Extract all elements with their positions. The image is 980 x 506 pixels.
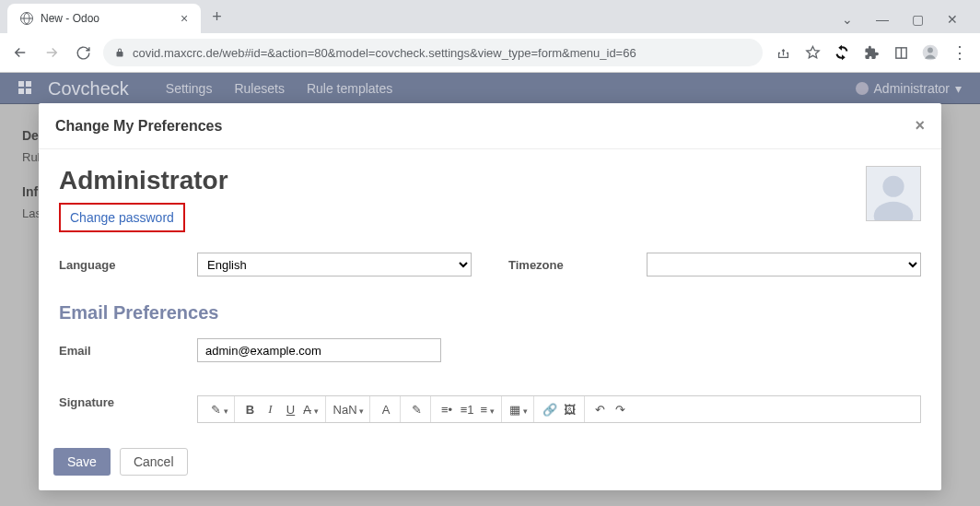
bookmark-icon[interactable] xyxy=(801,41,823,64)
close-window-icon[interactable]: ✕ xyxy=(939,10,965,29)
user-heading: Administrator xyxy=(59,166,228,195)
preferences-modal: Change My Preferences × Administrator Ch… xyxy=(39,103,941,490)
url-bar[interactable] xyxy=(103,39,763,66)
nav-rule-templates[interactable]: Rule templates xyxy=(307,81,392,96)
fontsize-dropdown[interactable]: NaN xyxy=(333,403,365,417)
close-icon[interactable]: × xyxy=(915,116,925,135)
save-button[interactable]: Save xyxy=(53,448,111,476)
avatar-icon xyxy=(856,82,869,95)
style-dropdown[interactable]: ✎ xyxy=(211,403,228,417)
italic-button[interactable]: I xyxy=(262,402,279,417)
brand[interactable]: Covcheck xyxy=(48,78,129,100)
modal-title: Change My Preferences xyxy=(55,118,222,135)
app-navbar: Covcheck Settings Rulesets Rule template… xyxy=(0,73,980,104)
svg-point-5 xyxy=(874,202,914,221)
menu-icon[interactable] xyxy=(949,41,971,64)
close-icon[interactable]: × xyxy=(181,11,188,26)
align-button[interactable]: ≡ xyxy=(479,403,496,417)
underline-button[interactable]: U xyxy=(283,403,299,417)
sync-icon[interactable] xyxy=(831,41,853,64)
maximize-icon[interactable]: ▢ xyxy=(904,10,930,29)
font-color-button[interactable]: A xyxy=(378,403,394,417)
window-controls: ⌄ — ▢ ✕ xyxy=(834,5,980,29)
tab-bar: New - Odoo × + ⌄ — ▢ ✕ xyxy=(0,0,980,33)
signature-toolbar: ✎ B I U A̶ NaN A ✎ ≡• ≡1 ≡ ▦ xyxy=(197,395,921,423)
timezone-select[interactable] xyxy=(647,253,921,277)
image-button[interactable]: 🖼 xyxy=(562,403,578,417)
tabs-icon[interactable] xyxy=(890,41,912,64)
profile-icon[interactable] xyxy=(919,41,941,64)
apps-icon[interactable] xyxy=(18,81,33,96)
tab-title: New - Odoo xyxy=(41,12,99,25)
browser-tab[interactable]: New - Odoo × xyxy=(7,4,201,33)
svg-point-4 xyxy=(882,176,904,197)
bold-button[interactable]: B xyxy=(242,403,259,417)
cancel-button[interactable]: Cancel xyxy=(120,448,188,476)
email-label: Email xyxy=(59,344,188,358)
share-icon[interactable] xyxy=(772,41,794,64)
nav-rulesets[interactable]: Rulesets xyxy=(234,81,284,96)
lock-icon xyxy=(114,46,125,59)
nav-settings[interactable]: Settings xyxy=(166,81,213,96)
redo-button[interactable]: ↷ xyxy=(612,403,629,417)
new-tab-button[interactable]: + xyxy=(212,7,222,27)
highlight-button[interactable]: ✎ xyxy=(408,403,425,417)
avatar[interactable] xyxy=(866,166,921,221)
language-label: Language xyxy=(59,258,188,272)
browser-chrome: New - Odoo × + ⌄ — ▢ ✕ xyxy=(0,0,980,73)
table-button[interactable]: ▦ xyxy=(509,403,528,417)
signature-label: Signature xyxy=(59,395,188,409)
modal-overlay: Change My Preferences × Administrator Ch… xyxy=(0,103,980,506)
email-field[interactable] xyxy=(197,338,441,362)
forward-button xyxy=(41,41,63,64)
address-bar xyxy=(0,33,980,72)
ol-button[interactable]: ≡1 xyxy=(459,403,475,417)
minimize-icon[interactable]: — xyxy=(869,10,895,29)
chevron-down-icon[interactable]: ⌄ xyxy=(834,10,860,29)
timezone-label: Timezone xyxy=(508,258,637,272)
globe-icon xyxy=(20,12,33,25)
language-select[interactable]: English xyxy=(197,253,472,277)
text-clear-button[interactable]: A̶ xyxy=(303,403,320,417)
url-input[interactable] xyxy=(133,46,752,60)
ul-button[interactable]: ≡• xyxy=(438,403,455,417)
navbar-user[interactable]: Administrator ▾ xyxy=(856,81,962,96)
reload-button[interactable] xyxy=(72,41,94,64)
undo-button[interactable]: ↶ xyxy=(592,403,609,417)
email-prefs-heading: Email Preferences xyxy=(59,302,921,324)
back-button[interactable] xyxy=(9,41,31,64)
svg-point-3 xyxy=(928,48,933,53)
chevron-down-icon: ▾ xyxy=(955,81,962,96)
extensions-icon[interactable] xyxy=(860,41,882,64)
link-button[interactable]: 🔗 xyxy=(542,403,558,417)
change-password-link[interactable]: Change password xyxy=(59,203,185,232)
navbar-username: Administrator xyxy=(874,81,950,96)
